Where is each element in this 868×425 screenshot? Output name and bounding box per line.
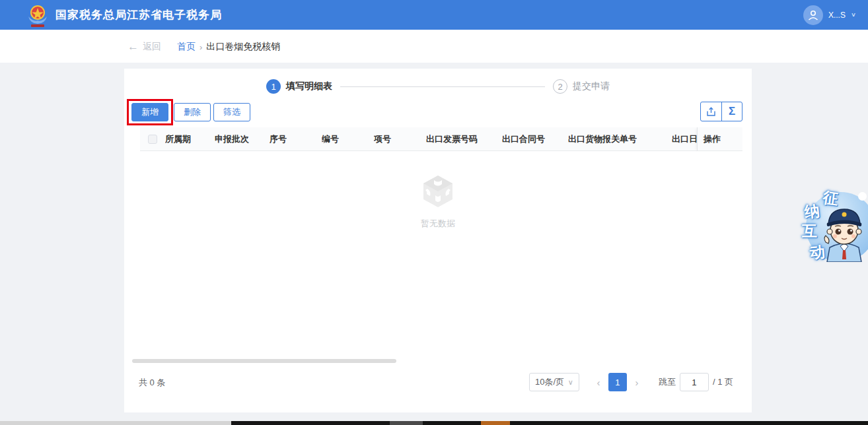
- column-header-item: 项号: [374, 133, 426, 145]
- export-button[interactable]: [701, 102, 721, 121]
- jump-to-label: 跳至: [659, 376, 676, 388]
- taskbar-edge: [0, 421, 868, 425]
- table-footer: 共 0 条 10条/页 ∨ ‹ 1 › 跳至 / 1 页: [124, 369, 752, 395]
- select-all-checkbox[interactable]: [148, 135, 157, 144]
- page-number-button[interactable]: 1: [608, 373, 627, 391]
- delete-button[interactable]: 删除: [174, 103, 211, 121]
- total-count-label: 共 0 条: [139, 377, 165, 389]
- tax-assistant-widget[interactable]: 征 纳 互 动: [794, 187, 868, 266]
- column-header-contract: 出口合同号: [502, 133, 568, 145]
- breadcrumb-current-page: 出口卷烟免税核销: [206, 41, 280, 53]
- next-page-button[interactable]: ›: [627, 377, 647, 388]
- breadcrumb-separator: ›: [199, 42, 202, 52]
- breadcrumb: ← 返回 首页 › 出口卷烟免税核销: [127, 40, 280, 53]
- table-toolbar: 新增 删除 筛选 Σ: [124, 96, 752, 127]
- column-header-invoice: 出口发票号码: [426, 133, 502, 145]
- chevron-down-icon: ∨: [568, 378, 573, 387]
- jump-page-input[interactable]: [680, 373, 709, 391]
- back-button[interactable]: 返回: [143, 41, 161, 53]
- breadcrumb-strip: ← 返回 首页 › 出口卷烟免税核销: [0, 30, 868, 63]
- table-tools: Σ: [700, 102, 742, 121]
- page-size-select[interactable]: 10条/页 ∨: [529, 373, 579, 391]
- horizontal-scrollbar[interactable]: [132, 359, 396, 363]
- sigma-icon: Σ: [729, 105, 735, 118]
- main-content-card: 1 填写明细表 2 提交申请 新增 删除 筛选 Σ: [124, 69, 752, 412]
- breadcrumb-home-link[interactable]: 首页: [177, 41, 196, 53]
- empty-state: 暂无数据: [124, 174, 752, 230]
- add-button[interactable]: 新增: [131, 103, 168, 121]
- column-header-number: 编号: [322, 133, 374, 145]
- app-title: 国家税务总局江苏省电子税务局: [55, 7, 222, 22]
- export-icon: [706, 107, 716, 117]
- column-header-batch: 申报批次: [215, 133, 270, 145]
- table-header-row: 所属期 申报批次 序号 编号 项号 出口发票号码 出口合同号 出口货物报关单号 …: [140, 127, 742, 151]
- column-header-period: 所属期: [165, 133, 215, 145]
- step-connector-line: [340, 86, 545, 87]
- assistant-char-hu: 互: [802, 221, 817, 242]
- select-all-cell: [140, 135, 165, 144]
- empty-state-text: 暂无数据: [421, 218, 455, 230]
- step2-circle: 2: [553, 79, 567, 94]
- pagination: 10条/页 ∨ ‹ 1 › 跳至 / 1 页: [529, 373, 733, 391]
- prev-page-button[interactable]: ‹: [589, 377, 608, 388]
- user-avatar[interactable]: [803, 5, 823, 25]
- step1-label: 填写明细表: [286, 81, 332, 92]
- page-size-value: 10条/页: [535, 376, 564, 388]
- step-indicator: 1 填写明细表 2 提交申请: [124, 79, 752, 94]
- column-header-action: 操作: [697, 127, 742, 151]
- top-header-bar: 国家税务总局江苏省电子税务局 X...S ∨: [0, 0, 868, 30]
- step1-circle: 1: [266, 79, 281, 94]
- tax-officer-cartoon: [818, 201, 868, 262]
- column-header-seq: 序号: [270, 133, 322, 145]
- assistant-notch: [858, 192, 867, 201]
- username-label[interactable]: X...S: [828, 11, 846, 20]
- sum-button[interactable]: Σ: [721, 102, 742, 121]
- person-icon: [807, 9, 819, 21]
- column-header-export-date: 出口日期: [672, 133, 697, 145]
- total-pages-label: / 1 页: [713, 376, 733, 388]
- step2-label: 提交申请: [573, 81, 610, 92]
- step-fill-detail: 1 填写明细表: [266, 79, 332, 94]
- back-arrow-icon[interactable]: ←: [127, 40, 139, 53]
- tax-bureau-logo-icon: [26, 3, 49, 28]
- step-submit-application: 2 提交申请: [553, 79, 610, 94]
- empty-box-icon: [421, 174, 455, 209]
- column-header-customs-declaration: 出口货物报关单号: [568, 133, 672, 145]
- red-highlight-annotation: 新增: [127, 99, 173, 125]
- chevron-down-icon[interactable]: ∨: [851, 11, 856, 18]
- filter-button[interactable]: 筛选: [213, 103, 250, 121]
